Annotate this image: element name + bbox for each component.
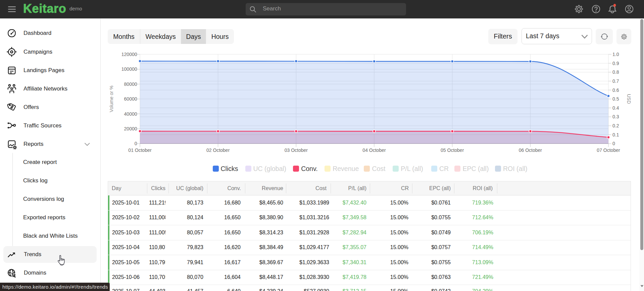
svg-text:0.1: 0.1: [612, 132, 619, 137]
svg-text:100000: 100000: [121, 66, 137, 72]
svg-text:06 October: 06 October: [519, 148, 542, 153]
svg-text:20000: 20000: [124, 126, 137, 131]
svg-text:0.8: 0.8: [612, 69, 619, 75]
svg-text:0: 0: [135, 141, 137, 146]
svg-text:0.9: 0.9: [612, 61, 619, 66]
svg-text:02 October: 02 October: [206, 148, 230, 153]
svg-text:USD: USD: [626, 94, 632, 104]
svg-text:07 October: 07 October: [597, 148, 620, 153]
svg-text:1.0: 1.0: [612, 52, 619, 57]
svg-text:80000: 80000: [124, 81, 137, 87]
svg-text:0.3: 0.3: [612, 114, 619, 119]
svg-text:0.5: 0.5: [612, 96, 619, 102]
svg-text:40000: 40000: [124, 111, 137, 117]
svg-text:04 October: 04 October: [362, 148, 386, 153]
svg-text:120000: 120000: [121, 52, 137, 57]
svg-text:0.2: 0.2: [612, 123, 619, 128]
svg-text:0.6: 0.6: [612, 88, 619, 93]
svg-text:01 October: 01 October: [128, 148, 152, 153]
svg-text:05 October: 05 October: [441, 148, 464, 153]
svg-text:0.7: 0.7: [612, 78, 619, 84]
svg-text:0: 0: [612, 141, 615, 146]
svg-text:0.4: 0.4: [612, 105, 619, 111]
svg-text:60000: 60000: [124, 96, 137, 102]
svg-text:Volume or %: Volume or %: [109, 85, 114, 112]
svg-text:03 October: 03 October: [285, 148, 308, 153]
